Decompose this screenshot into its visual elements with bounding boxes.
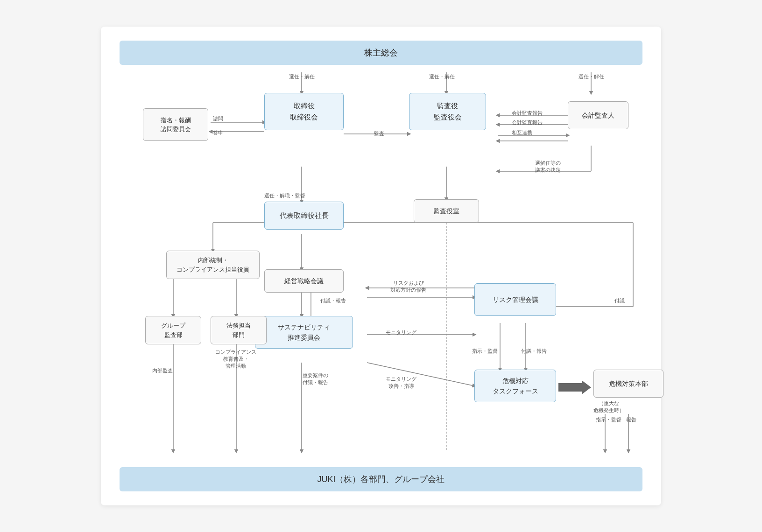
box-kaikaikansanin: 会計監査人: [568, 101, 628, 129]
label-juudai: （重大な 危機発生時）: [593, 400, 624, 414]
diagram-container: 株主総会: [101, 27, 661, 505]
label-shiji-kanri: 指示・監督: [472, 348, 498, 355]
label-sougo: 相互連携: [512, 129, 532, 136]
box-kiki-taisakuhonbu: 危機対策本部: [593, 370, 663, 398]
box-kansayaku: 監査役 監査役会: [409, 93, 486, 130]
label-senningiketsu: 選解任等の 議案の決定: [535, 160, 561, 174]
label-toshin: 答申: [213, 129, 223, 136]
label-naibu-kansa: 内部監査: [152, 367, 173, 374]
main-layout: 選任・解任 選任・解任 選任・解任 取締役 取締役会 指名・報酬 諮問委員会 諮…: [120, 69, 642, 465]
box-sustainability: サステナビリティ 推進委員会: [255, 316, 353, 349]
big-arrow: [558, 380, 591, 394]
label-hugi1: 付議・報告: [320, 297, 346, 304]
label-juyoangken: 重要案件の 付議・報告: [303, 372, 328, 386]
label-hugi2: 付議・報告: [521, 348, 547, 355]
box-kiki-taio: 危機対応 タスクフォース: [474, 370, 556, 402]
box-risk-kanri: リスク管理会議: [474, 283, 556, 316]
label-sennin3: 選任・解任: [568, 73, 614, 80]
label-risk-houkoku: リスクおよび 対応方針の報告: [390, 280, 426, 294]
label-sennin-kaishoku: 選任・解職・監督: [264, 192, 305, 199]
top-banner: 株主総会: [120, 41, 642, 65]
svg-line-27: [367, 363, 474, 386]
box-naibu-tosei: 内部統制・ コンプライアンス担当役員: [166, 251, 260, 279]
box-kansayakushitsu: 監査役室: [414, 199, 479, 223]
label-compliance: コンプライアンス 教育普及・ 管理活動: [215, 349, 256, 370]
label-monitaringu1: モニタリング: [386, 329, 416, 336]
box-group-kansabu: グループ 監査部: [145, 316, 201, 344]
label-jushi: 付議: [614, 297, 625, 304]
label-shiji2: 指示・監督: [596, 416, 621, 423]
box-daihyo: 代表取締役社長: [264, 202, 344, 230]
label-sennin1: 選任・解任: [278, 73, 325, 80]
box-homu-tantobumon: 法務担当 部門: [211, 316, 267, 344]
svg-marker-37: [558, 380, 591, 394]
box-shimeihoshu: 指名・報酬 諮問委員会: [143, 108, 208, 141]
box-keieisenyaku: 経営戦略会議: [264, 269, 344, 293]
label-sennin2: 選任・解任: [418, 73, 465, 80]
bottom-banner: JUKI（株）各部門、グループ会社: [120, 467, 642, 491]
label-kaikei1: 会計監査報告: [512, 110, 543, 117]
label-kaikei2: 会計監査報告: [512, 119, 543, 126]
label-monitaringu2: モニタリング 改善・指導: [386, 376, 416, 390]
label-houkoku: 報告: [626, 416, 636, 423]
label-shomon: 諮問: [213, 115, 223, 122]
box-torishimariyaku: 取締役 取締役会: [264, 93, 344, 130]
label-kansa: 監査: [374, 130, 384, 137]
